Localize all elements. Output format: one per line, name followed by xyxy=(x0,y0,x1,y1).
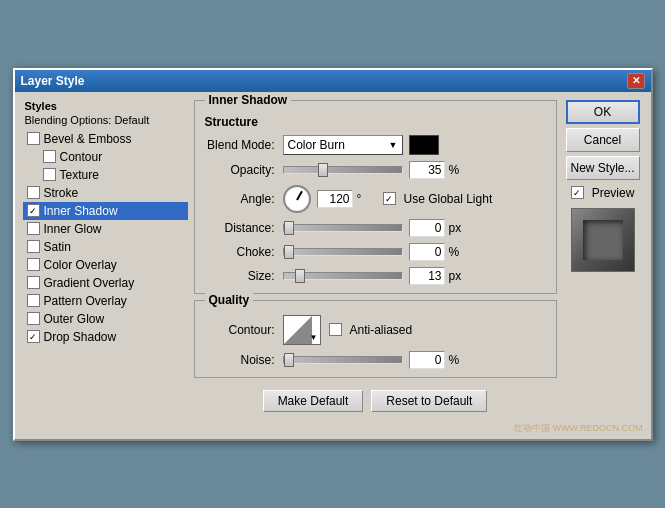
size-unit: px xyxy=(449,269,469,283)
opacity-row: Opacity: % xyxy=(205,161,546,179)
color-overlay-label: Color Overlay xyxy=(44,258,117,272)
opacity-thumb[interactable] xyxy=(318,163,328,177)
size-slider[interactable] xyxy=(283,272,403,280)
outer-glow-checkbox[interactable] xyxy=(27,312,40,325)
noise-row: Noise: % xyxy=(205,351,546,369)
cancel-button[interactable]: Cancel xyxy=(566,128,640,152)
global-light-label: Use Global Light xyxy=(404,192,493,206)
pattern-overlay-checkbox[interactable] xyxy=(27,294,40,307)
ok-button[interactable]: OK xyxy=(566,100,640,124)
distance-thumb[interactable] xyxy=(284,221,294,235)
distance-input[interactable] xyxy=(409,219,445,237)
dialog-title: Layer Style xyxy=(21,74,85,88)
noise-unit: % xyxy=(449,353,469,367)
contour-checkbox[interactable] xyxy=(43,150,56,163)
sidebar-item-stroke[interactable]: Stroke xyxy=(23,184,188,202)
satin-checkbox[interactable] xyxy=(27,240,40,253)
contour-arrow-icon: ▼ xyxy=(310,333,318,342)
sidebar-item-inner-glow[interactable]: Inner Glow xyxy=(23,220,188,238)
bottom-buttons: Make Default Reset to Default xyxy=(194,384,557,412)
anti-aliased-checkbox[interactable] xyxy=(329,323,342,336)
sidebar-item-pattern-overlay[interactable]: Pattern Overlay xyxy=(23,292,188,310)
right-panel: OK Cancel New Style... Preview xyxy=(563,100,643,412)
contour-dropdown[interactable]: ▼ xyxy=(283,315,321,345)
main-panel: Inner Shadow Structure Blend Mode: Color… xyxy=(194,100,557,412)
bevel-emboss-label: Bevel & Emboss xyxy=(44,132,132,146)
gradient-overlay-label: Gradient Overlay xyxy=(44,276,135,290)
svg-marker-0 xyxy=(284,316,312,344)
contour-row: Contour: ▼ Anti-aliased xyxy=(205,315,546,345)
preview-thumbnail xyxy=(571,208,635,272)
sidebar-item-texture[interactable]: Texture xyxy=(23,166,188,184)
quality-section-title: Quality xyxy=(205,293,254,307)
gradient-overlay-checkbox[interactable] xyxy=(27,276,40,289)
inner-glow-label: Inner Glow xyxy=(44,222,102,236)
inner-glow-checkbox[interactable] xyxy=(27,222,40,235)
sidebar-item-bevel-emboss[interactable]: Bevel & Emboss xyxy=(23,130,188,148)
distance-row: Distance: px xyxy=(205,219,546,237)
sidebar-item-gradient-overlay[interactable]: Gradient Overlay xyxy=(23,274,188,292)
sidebar-item-color-overlay[interactable]: Color Overlay xyxy=(23,256,188,274)
global-light-checkbox[interactable] xyxy=(383,192,396,205)
pattern-overlay-label: Pattern Overlay xyxy=(44,294,127,308)
angle-row: Angle: ° Use Global Light xyxy=(205,185,546,213)
inner-shadow-checkbox[interactable] xyxy=(27,204,40,217)
noise-slider[interactable] xyxy=(283,356,403,364)
noise-label: Noise: xyxy=(205,353,275,367)
distance-slider[interactable] xyxy=(283,224,403,232)
choke-label: Choke: xyxy=(205,245,275,259)
inner-shadow-section-title: Inner Shadow xyxy=(205,93,292,107)
new-style-button[interactable]: New Style... xyxy=(566,156,640,180)
reset-to-default-button[interactable]: Reset to Default xyxy=(371,390,487,412)
opacity-slider[interactable] xyxy=(283,166,403,174)
sidebar-item-satin[interactable]: Satin xyxy=(23,238,188,256)
stroke-label: Stroke xyxy=(44,186,79,200)
drop-shadow-label: Drop Shadow xyxy=(44,330,117,344)
satin-label: Satin xyxy=(44,240,71,254)
blending-options-label[interactable]: Blending Options: Default xyxy=(23,114,188,126)
choke-unit: % xyxy=(449,245,469,259)
size-label: Size: xyxy=(205,269,275,283)
drop-shadow-checkbox[interactable] xyxy=(27,330,40,343)
blend-mode-dropdown[interactable]: Color Burn ▼ xyxy=(283,135,403,155)
sidebar-item-drop-shadow[interactable]: Drop Shadow xyxy=(23,328,188,346)
stroke-checkbox[interactable] xyxy=(27,186,40,199)
distance-unit: px xyxy=(449,221,469,235)
color-overlay-checkbox[interactable] xyxy=(27,258,40,271)
blend-mode-row: Blend Mode: Color Burn ▼ xyxy=(205,135,546,155)
anti-aliased-row[interactable]: Anti-aliased xyxy=(329,323,413,337)
use-global-light-row[interactable]: Use Global Light xyxy=(383,192,493,206)
size-thumb[interactable] xyxy=(295,269,305,283)
choke-slider[interactable] xyxy=(283,248,403,256)
preview-row[interactable]: Preview xyxy=(571,186,635,200)
angle-dial[interactable] xyxy=(283,185,311,213)
bevel-emboss-checkbox[interactable] xyxy=(27,132,40,145)
preview-inner xyxy=(583,220,623,260)
contour-label: Contour: xyxy=(205,323,275,337)
opacity-label: Opacity: xyxy=(205,163,275,177)
blend-mode-arrow-icon: ▼ xyxy=(389,140,398,150)
preview-checkbox[interactable] xyxy=(571,186,584,199)
size-input[interactable] xyxy=(409,267,445,285)
left-panel: Styles Blending Options: Default Bevel &… xyxy=(23,100,188,412)
close-button[interactable]: ✕ xyxy=(627,73,645,89)
noise-thumb[interactable] xyxy=(284,353,294,367)
sidebar-item-outer-glow[interactable]: Outer Glow xyxy=(23,310,188,328)
sidebar-item-inner-shadow[interactable]: Inner Shadow xyxy=(23,202,188,220)
quality-section: Quality Contour: ▼ xyxy=(194,300,557,378)
size-row: Size: px xyxy=(205,267,546,285)
angle-input[interactable] xyxy=(317,190,353,208)
make-default-button[interactable]: Make Default xyxy=(263,390,364,412)
choke-row: Choke: % xyxy=(205,243,546,261)
opacity-unit: % xyxy=(449,163,469,177)
opacity-input[interactable] xyxy=(409,161,445,179)
blend-mode-color-swatch[interactable] xyxy=(409,135,439,155)
outer-glow-label: Outer Glow xyxy=(44,312,105,326)
structure-subtitle: Structure xyxy=(205,115,546,129)
noise-input[interactable] xyxy=(409,351,445,369)
choke-input[interactable] xyxy=(409,243,445,261)
sidebar-item-contour[interactable]: Contour xyxy=(23,148,188,166)
texture-checkbox[interactable] xyxy=(43,168,56,181)
choke-thumb[interactable] xyxy=(284,245,294,259)
styles-header: Styles xyxy=(23,100,188,112)
